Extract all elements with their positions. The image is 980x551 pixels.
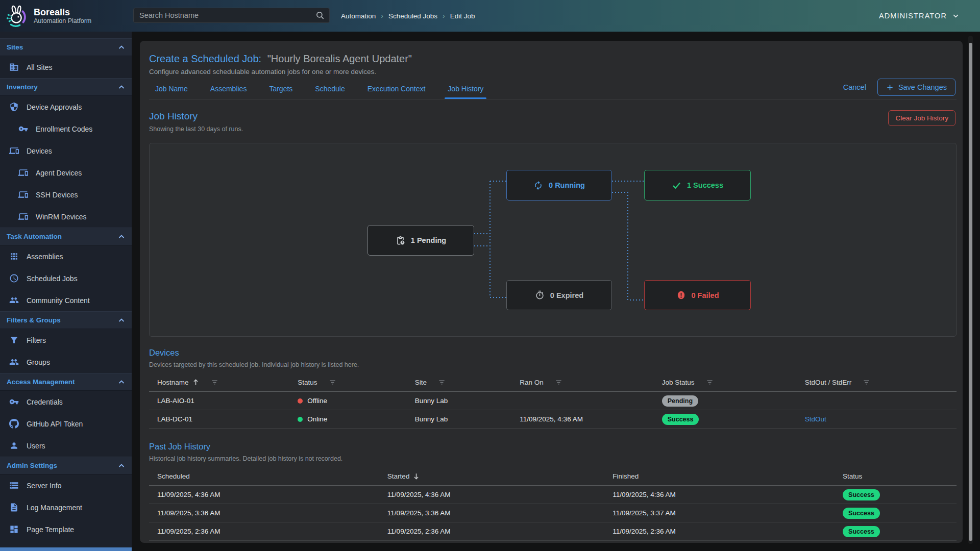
github-icon — [9, 419, 19, 429]
column-header-hostname[interactable]: Hostname — [149, 374, 289, 392]
chevron-up-icon — [117, 83, 126, 91]
breadcrumb: Automation›Scheduled Jobs›Edit Job — [341, 0, 475, 32]
save-changes-button[interactable]: Save Changes — [877, 79, 955, 96]
breadcrumb-separator: › — [381, 12, 383, 20]
tab-targets[interactable]: Targets — [269, 85, 292, 94]
sidebar-item-device-approvals[interactable]: Device Approvals — [0, 96, 132, 118]
chevron-up-icon — [117, 233, 126, 241]
column-filter-icon[interactable] — [329, 379, 336, 386]
column-filter-icon[interactable] — [211, 379, 218, 386]
column-filter-icon[interactable] — [706, 379, 714, 386]
user-menu[interactable]: ADMINISTRATOR — [879, 0, 960, 32]
sidebar-section-header-sites[interactable]: Sites — [0, 38, 132, 56]
past-job-row-0: 11/09/2025, 4:36 AM11/09/2025, 4:36 AM11… — [149, 486, 957, 504]
sidebar-item-users[interactable]: Users — [0, 435, 132, 457]
finished-cell: 11/09/2025, 3:37 AM — [604, 504, 835, 522]
sidebar-item-github-api-token[interactable]: GitHub API Token — [0, 413, 132, 435]
sidebar-item-label: WinRM Devices — [36, 213, 87, 221]
sidebar-section-header-inventory[interactable]: Inventory — [0, 78, 132, 96]
sidebar-section-header-admin-settings[interactable]: Admin Settings — [0, 457, 132, 474]
ran-on-cell: 11/09/2025, 4:36 AM — [511, 410, 653, 429]
sidebar-section-header-access-management[interactable]: Access Management — [0, 373, 132, 391]
stdout-link[interactable]: StdOut — [805, 415, 826, 423]
tab-execution-context[interactable]: Execution Context — [368, 85, 426, 94]
hostname-search[interactable] — [133, 8, 330, 23]
sidebar-item-label: Users — [27, 442, 45, 450]
column-filter-icon[interactable] — [555, 379, 562, 386]
devices-heading: Devices — [149, 348, 957, 358]
sidebar-item-assemblies[interactable]: Assemblies — [0, 245, 132, 267]
past-job-row-2: 11/09/2025, 2:36 AM11/09/2025, 2:36 AM11… — [149, 522, 957, 541]
column-filter-icon[interactable] — [438, 379, 446, 386]
column-header-stdout-stderr[interactable]: StdOut / StdErr — [797, 374, 957, 392]
search-input[interactable] — [134, 11, 315, 19]
column-header-status[interactable]: Status — [289, 374, 406, 392]
page-title-job-name: "Hourly Borealis Agent Updater" — [267, 53, 412, 64]
sidebar-item-log-management[interactable]: Log Management — [0, 496, 132, 518]
sidebar-item-page-template[interactable]: Page Template — [0, 518, 132, 540]
status-badge-success: Success — [843, 526, 880, 537]
stdout-cell — [797, 392, 957, 410]
flow-node-running: 0 Running — [506, 170, 612, 201]
sidebar-item-label: Assemblies — [27, 253, 63, 261]
sidebar-item-server-info[interactable]: Server Info — [0, 474, 132, 496]
sidebar-item-all-sites[interactable]: All Sites — [0, 56, 132, 78]
tab-job-name[interactable]: Job Name — [155, 85, 188, 94]
sidebar-item-scheduled-jobs[interactable]: Scheduled Jobs — [0, 267, 132, 289]
sidebar-item-enrollment-codes[interactable]: Enrollment Codes — [0, 118, 132, 140]
online-status-dot — [298, 417, 303, 422]
column-header-label: Hostname — [157, 379, 189, 386]
sort-ascending-icon — [192, 379, 200, 386]
past-job-row-1: 11/09/2025, 3:36 AM11/09/2025, 3:36 AM11… — [149, 504, 957, 522]
column-header-ran-on[interactable]: Ran On — [511, 374, 653, 392]
sidebar-section-header-task-automation[interactable]: Task Automation — [0, 228, 132, 245]
page-title: Create a Scheduled Job: "Hourly Borealis… — [149, 52, 957, 65]
column-filter-icon[interactable] — [863, 379, 870, 386]
search-icon[interactable] — [315, 11, 325, 20]
sidebar-item-winrm-devices[interactable]: WinRM Devices — [0, 206, 132, 228]
column-header-finished[interactable]: Finished — [604, 468, 835, 486]
chevron-up-icon — [117, 316, 126, 324]
breadcrumb-item-scheduled-jobs[interactable]: Scheduled Jobs — [388, 12, 437, 20]
sidebar-item-credentials[interactable]: Credentials — [0, 391, 132, 413]
started-cell: 11/09/2025, 3:36 AM — [379, 504, 604, 522]
column-header-started[interactable]: Started — [379, 468, 604, 486]
sidebar-item-devices[interactable]: Devices — [0, 140, 132, 162]
timer-icon — [535, 290, 545, 300]
breadcrumb-item-automation[interactable]: Automation — [341, 12, 376, 20]
sidebar-section-label: Inventory — [7, 83, 117, 91]
chevron-up-icon — [117, 462, 126, 470]
sidebar-item-label: Device Approvals — [27, 103, 82, 111]
sidebar-item-groups[interactable]: Groups — [0, 351, 132, 373]
people-icon — [9, 295, 19, 305]
column-header-status[interactable]: Status — [835, 468, 957, 486]
sidebar-item-ssh-devices[interactable]: SSH Devices — [0, 184, 132, 206]
user-menu-label: ADMINISTRATOR — [879, 12, 947, 20]
sidebar-item-agent-devices[interactable]: Agent Devices — [0, 162, 132, 184]
sidebar-item-filters[interactable]: Filters — [0, 329, 132, 351]
save-changes-label: Save Changes — [898, 83, 947, 91]
key-icon — [18, 124, 28, 134]
finished-cell: 11/09/2025, 2:36 AM — [604, 522, 835, 541]
devices-icon — [18, 190, 28, 199]
clear-job-history-button[interactable]: Clear Job History — [888, 110, 955, 126]
tab-assemblies[interactable]: Assemblies — [210, 85, 247, 94]
tab-schedule[interactable]: Schedule — [315, 85, 345, 94]
tab-job-history[interactable]: Job History — [448, 85, 483, 94]
column-header-scheduled[interactable]: Scheduled — [149, 468, 379, 486]
cancel-button[interactable]: Cancel — [843, 83, 866, 91]
sidebar-item-community-content[interactable]: Community Content — [0, 289, 132, 311]
page-scrollbar-thumb[interactable] — [969, 43, 972, 541]
run-status-cell: Success — [835, 522, 957, 541]
column-header-label: Status — [843, 472, 862, 480]
shield-icon — [9, 102, 19, 112]
sidebar-section-label: Admin Settings — [7, 462, 117, 469]
chevron-up-icon — [117, 378, 126, 386]
status-badge-success: Success — [843, 489, 880, 500]
run-status-cell: Success — [835, 504, 957, 522]
column-header-job-status[interactable]: Job Status — [654, 374, 797, 392]
sidebar-section-header-filters-groups[interactable]: Filters & Groups — [0, 311, 132, 329]
breadcrumb-item-edit-job[interactable]: Edit Job — [450, 12, 475, 20]
column-header-site[interactable]: Site — [407, 374, 512, 392]
scheduled-cell: 11/09/2025, 2:36 AM — [149, 522, 379, 541]
